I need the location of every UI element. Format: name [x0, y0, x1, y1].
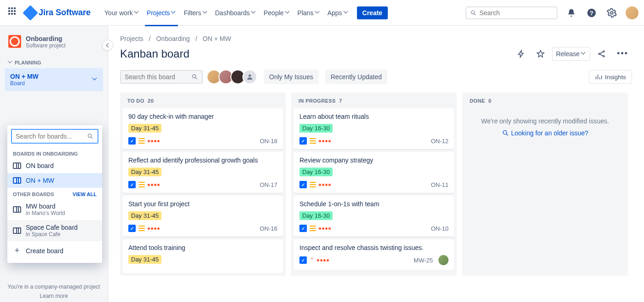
global-search[interactable]	[466, 6, 558, 19]
page-title: Kanban board	[120, 47, 190, 60]
board-option-on-mw[interactable]: ON + MW	[7, 173, 102, 188]
breadcrumb-onboarding[interactable]: Onboarding	[156, 35, 190, 42]
planning-section-label[interactable]: PLANNING	[5, 56, 103, 68]
chevron-down-icon	[252, 11, 256, 15]
board-search-field[interactable]	[11, 129, 98, 144]
recently-updated-button[interactable]: Recently Updated	[325, 70, 387, 84]
issue-card[interactable]: Review company strategy Day 16-30 ON-11	[294, 152, 454, 193]
create-board-button[interactable]: + Create board	[7, 241, 102, 260]
task-icon	[128, 137, 136, 145]
svg-point-8	[603, 51, 604, 52]
priority-high-icon: ⌃	[310, 257, 314, 263]
board-option-space-cafe[interactable]: Space Cafe board in Space Cafe	[7, 220, 102, 241]
primary-nav: Your work Projects Filters Dashboards Pe…	[102, 7, 351, 18]
breadcrumb-projects[interactable]: Projects	[120, 35, 144, 42]
priority-medium-icon	[310, 182, 316, 187]
story-points-icon	[317, 259, 329, 261]
issue-card[interactable]: Reflect and identify professional growth…	[123, 152, 283, 193]
nav-filters[interactable]: Filters	[181, 7, 210, 18]
story-points-icon	[319, 227, 331, 230]
notifications-icon[interactable]	[565, 6, 578, 19]
project-icon	[8, 35, 21, 48]
issue-card[interactable]: Attend tools training Day 31-45	[123, 239, 283, 273]
issue-card[interactable]: 90 day check-in with manager Day 31-45 O…	[123, 108, 283, 149]
search-icon	[502, 129, 509, 137]
nav-dashboards[interactable]: Dashboards	[213, 7, 259, 18]
column-label: TO DO	[127, 98, 144, 104]
issue-card[interactable]: Start your first project Day 31-45 ON-16	[123, 196, 283, 237]
label-tag: Day 31-45	[128, 211, 161, 220]
view-all-link[interactable]: VIEW ALL	[73, 192, 97, 197]
more-actions-icon[interactable]: •••	[613, 46, 632, 61]
svg-point-0	[471, 11, 474, 14]
issue-card[interactable]: Inspect and resolve chassis twisting iss…	[294, 239, 454, 270]
add-people-button[interactable]	[242, 70, 257, 84]
issue-key: ON-16	[260, 225, 277, 232]
chevron-down-icon	[581, 52, 586, 56]
board-option-mw-board[interactable]: MW board in Mario's World	[7, 199, 102, 220]
assignee-avatar	[438, 255, 448, 265]
settings-icon[interactable]	[605, 6, 618, 19]
automation-icon[interactable]	[513, 47, 529, 61]
nav-people[interactable]: People	[261, 7, 293, 18]
insights-button[interactable]: Insights	[589, 70, 632, 84]
priority-medium-icon	[138, 226, 145, 231]
nav-your-work[interactable]: Your work	[102, 7, 142, 18]
svg-point-12	[193, 75, 196, 78]
help-icon[interactable]: ?	[585, 6, 598, 19]
priority-medium-icon	[310, 226, 316, 231]
empty-state-text: We're only showing recently modified iss…	[472, 117, 619, 125]
issue-key: ON-18	[260, 138, 277, 145]
nav-apps[interactable]: Apps	[325, 7, 351, 18]
nav-plans[interactable]: Plans	[295, 7, 323, 18]
dropdown-heading-other: OTHER BOARDS VIEW ALL	[7, 188, 102, 199]
star-icon[interactable]	[533, 47, 548, 61]
jira-logo[interactable]: Jira Software	[25, 7, 91, 18]
board-option-on-board[interactable]: ON board	[7, 158, 102, 173]
logo-diamond-icon	[23, 5, 38, 21]
svg-point-5	[88, 134, 92, 137]
board-icon	[13, 206, 21, 213]
task-icon	[299, 256, 307, 264]
breadcrumb-board[interactable]: ON + MW	[203, 35, 231, 42]
label-tag: Day 16-30	[299, 211, 333, 220]
column-in-progress: IN PROGRESS 7 Learn about team rituals D…	[291, 93, 457, 276]
board-search[interactable]	[120, 70, 203, 84]
chevron-down-icon	[286, 11, 290, 15]
column-count: 7	[339, 98, 342, 104]
learn-more-link[interactable]: Learn more	[0, 293, 108, 299]
task-icon	[128, 225, 136, 232]
issue-card[interactable]: Learn about team rituals Day 16-30 ON-12	[294, 108, 454, 149]
search-icon	[87, 133, 94, 140]
plus-icon: +	[13, 246, 21, 256]
profile-avatar[interactable]	[626, 6, 638, 19]
board-selector[interactable]: ON + MW Board	[5, 68, 103, 91]
column-done: DONE 0 We're only showing recently modif…	[462, 93, 628, 276]
svg-point-4	[610, 12, 613, 14]
project-header[interactable]: Onboarding Software project	[5, 35, 103, 56]
create-button[interactable]: Create	[357, 6, 388, 19]
priority-medium-icon	[310, 138, 316, 144]
only-my-issues-button[interactable]: Only My Issues	[264, 70, 319, 84]
chevron-down-icon	[93, 77, 98, 82]
nav-projects[interactable]: Projects	[144, 7, 179, 18]
board-search-input[interactable]	[16, 133, 87, 140]
global-search-input[interactable]	[479, 9, 553, 17]
svg-point-19	[503, 131, 507, 134]
task-icon	[299, 225, 307, 232]
app-switcher-icon[interactable]	[8, 7, 19, 18]
collapse-sidebar-button[interactable]	[102, 40, 113, 51]
svg-line-1	[474, 13, 476, 15]
issue-card[interactable]: Schedule 1-on-1s with team Day 16-30 ON-…	[294, 196, 454, 237]
issue-key: ON-11	[431, 181, 448, 188]
dropdown-heading-boards: BOARDS IN ONBOARDING	[7, 147, 102, 158]
board-icon	[13, 163, 21, 169]
release-button[interactable]: Release	[552, 47, 590, 61]
svg-point-9	[603, 55, 604, 57]
story-points-icon	[319, 184, 331, 186]
svg-line-20	[506, 134, 508, 135]
older-issue-link[interactable]: Looking for an older issue?	[502, 129, 588, 137]
search-icon	[191, 73, 198, 81]
share-icon[interactable]	[594, 47, 610, 61]
board-search-input[interactable]	[125, 73, 191, 81]
